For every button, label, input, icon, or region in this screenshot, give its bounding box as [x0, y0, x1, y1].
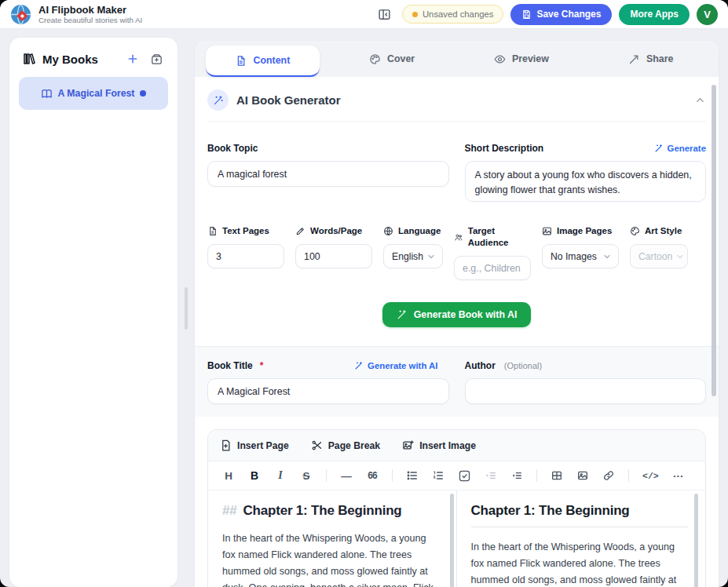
save-icon	[521, 9, 532, 20]
magic-wand-icon	[354, 361, 364, 370]
art-style-field: Art Style Cartoon	[630, 225, 688, 280]
markdown-heading-prefix: ##	[222, 503, 237, 518]
sidebar-scrollbar[interactable]	[185, 287, 188, 330]
unsaved-dot-icon	[412, 12, 418, 17]
markdown-pane-scrollbar[interactable]	[450, 494, 454, 587]
required-mark: *	[260, 360, 264, 371]
book-topic-label: Book Topic	[207, 143, 258, 154]
app-logo-icon	[10, 4, 31, 25]
target-audience-field: Target Audience	[454, 225, 531, 280]
image-pages-field: Image Pages No Images	[542, 225, 619, 280]
author-input[interactable]	[465, 378, 707, 404]
bold-button[interactable]: B	[248, 468, 261, 483]
editor-actions-bar: Insert Page Page Break Insert Image	[208, 430, 705, 461]
app-window: AI Flipbook Maker Create beautiful stori…	[0, 0, 728, 587]
target-audience-input[interactable]	[454, 256, 531, 280]
magic-wand-icon	[654, 144, 664, 153]
short-description-textarea[interactable]: A story about a young fox who discovers …	[465, 161, 707, 202]
preview-paragraph: In the heart of the Whispering Woods, a …	[471, 539, 689, 587]
magic-wand-badge-icon	[207, 89, 229, 111]
document-icon	[235, 55, 247, 67]
chevron-down-icon	[426, 252, 436, 261]
indent-button[interactable]	[485, 468, 497, 483]
code-button[interactable]: </>	[642, 468, 659, 483]
chevron-down-icon	[675, 252, 685, 261]
toolbar-divider	[536, 469, 537, 482]
image-pages-select[interactable]: No Images	[542, 244, 619, 268]
text-pages-input[interactable]	[207, 244, 284, 268]
book-title-input[interactable]	[207, 378, 449, 404]
magic-wand-icon	[397, 309, 408, 320]
insert-page-button[interactable]: Insert Page	[220, 439, 289, 451]
more-button[interactable]: ···	[672, 468, 685, 483]
tab-content[interactable]: Content	[206, 46, 320, 77]
generate-title-button[interactable]: Generate with AI	[354, 361, 437, 370]
sidebar: My Books A Magical Forest	[9, 38, 177, 587]
insert-image-button[interactable]: Insert Image	[402, 439, 476, 451]
markdown-heading: ##Chapter 1: The Beginning	[222, 503, 439, 519]
app-header: AI Flipbook Maker Create beautiful stori…	[0, 0, 728, 29]
book-topic-input[interactable]	[207, 161, 449, 187]
task-list-button[interactable]	[458, 468, 471, 483]
author-optional-hint: (Optional)	[504, 361, 542, 370]
short-description-label: Short Description	[465, 143, 544, 154]
preview-pane-scrollbar[interactable]	[694, 494, 698, 587]
eye-icon	[494, 53, 506, 65]
text-pages-field: Text Pages	[207, 225, 284, 280]
language-select[interactable]: English	[383, 244, 443, 268]
blockquote-button[interactable]: 66	[366, 468, 379, 483]
chevron-up-icon[interactable]	[694, 94, 706, 106]
table-button[interactable]	[551, 468, 563, 483]
image-button[interactable]	[576, 468, 589, 483]
sidebar-item-book[interactable]: A Magical Forest	[19, 77, 168, 110]
unsaved-book-dot-icon	[140, 90, 146, 97]
language-field: Language English	[383, 225, 443, 280]
import-book-icon[interactable]	[148, 50, 165, 67]
user-avatar[interactable]: V	[697, 4, 718, 25]
section-title: AI Book Generator	[236, 93, 686, 107]
more-apps-button[interactable]: More Apps	[619, 4, 690, 25]
palette-icon	[630, 226, 640, 236]
document-icon	[207, 226, 218, 236]
open-book-icon	[41, 88, 53, 100]
outdent-button[interactable]	[510, 468, 523, 483]
share-icon	[628, 53, 640, 65]
link-button[interactable]	[602, 468, 615, 483]
page-break-icon	[311, 439, 323, 451]
italic-button[interactable]: I	[274, 468, 287, 483]
pencil-icon	[295, 226, 305, 236]
app-title: AI Flipbook Maker	[38, 4, 142, 16]
editor: Insert Page Page Break Insert Image H B …	[207, 429, 706, 587]
sidebar-title: My Books	[42, 53, 98, 66]
globe-icon	[383, 226, 393, 236]
unsaved-changes-label: Unsaved changes	[423, 9, 493, 19]
ordered-list-button[interactable]	[432, 468, 444, 483]
users-icon	[454, 232, 463, 242]
panel-toggle-icon[interactable]	[375, 4, 395, 24]
tab-preview[interactable]: Preview	[494, 53, 549, 65]
tab-cover[interactable]: Cover	[369, 53, 415, 65]
page-break-button[interactable]: Page Break	[311, 439, 380, 451]
add-book-icon[interactable]	[124, 50, 141, 67]
app-subtitle: Create beautiful stories with AI	[38, 16, 142, 25]
generate-description-button[interactable]: Generate	[654, 144, 706, 153]
insert-image-icon	[402, 439, 414, 451]
tab-bar: Content Cover Preview Share	[195, 41, 719, 77]
insert-page-icon	[220, 439, 232, 451]
image-icon	[542, 226, 552, 236]
author-field-group: Author(Optional)	[465, 359, 707, 404]
words-per-page-input[interactable]	[295, 244, 372, 268]
main-scrollbar[interactable]	[712, 85, 716, 396]
heading-button[interactable]: H	[222, 468, 235, 483]
strikethrough-button[interactable]: S	[300, 468, 313, 483]
short-description-field-group: Short Description Generate A story about…	[465, 142, 707, 205]
library-icon	[22, 52, 36, 66]
markdown-editor-pane[interactable]: ##Chapter 1: The Beginning In the heart …	[208, 490, 457, 587]
bullet-list-button[interactable]	[406, 468, 419, 483]
horizontal-rule-button[interactable]: —	[340, 468, 353, 483]
save-changes-button[interactable]: Save Changes	[510, 4, 612, 25]
preview-pane: Chapter 1: The Beginning In the heart of…	[457, 490, 706, 587]
generate-book-button[interactable]: Generate Book with AI	[382, 302, 532, 327]
tab-share[interactable]: Share	[628, 53, 673, 65]
toolbar-divider	[392, 469, 393, 482]
